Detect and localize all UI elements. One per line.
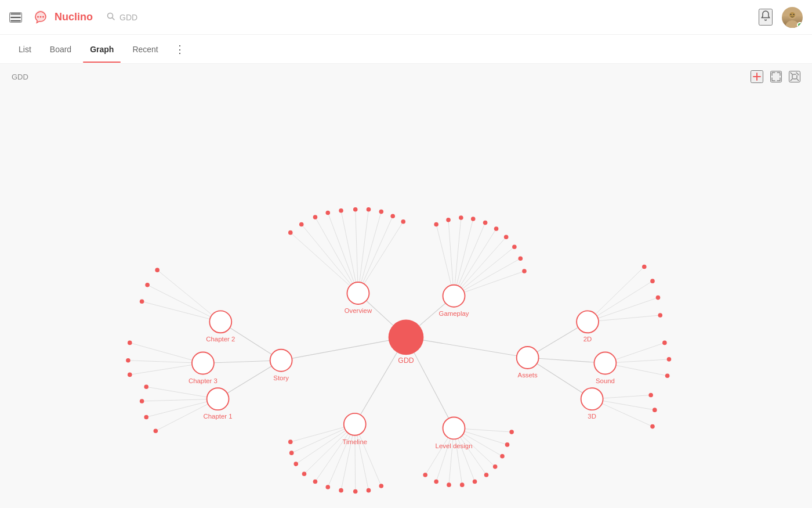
node-chapter3 [192, 352, 214, 374]
svg-point-47 [367, 207, 371, 212]
svg-point-124 [302, 471, 307, 476]
tab-recent[interactable]: Recent [125, 37, 165, 62]
svg-point-122 [289, 451, 294, 455]
svg-point-145 [473, 480, 477, 484]
svg-line-71 [157, 270, 220, 322]
hamburger-button[interactable] [9, 12, 22, 23]
tabs-bar: List Board Graph Recent ⋮ [0, 35, 812, 64]
svg-point-42 [299, 222, 304, 227]
svg-line-38 [358, 212, 381, 293]
svg-point-3 [37, 16, 39, 17]
graph-svg: GDD Overview Gameplay Story Assets 2D So… [0, 89, 812, 508]
svg-point-81 [126, 358, 130, 363]
svg-point-98 [658, 313, 662, 318]
svg-point-45 [339, 208, 343, 213]
svg-line-21 [281, 337, 406, 361]
svg-point-66 [494, 226, 499, 231]
svg-text:Overview: Overview [345, 307, 372, 314]
node-chapter1 [207, 388, 229, 410]
online-indicator [797, 22, 803, 28]
svg-point-125 [313, 480, 318, 484]
node-overview [347, 282, 369, 304]
svg-point-12 [793, 14, 795, 15]
expand-button[interactable] [770, 71, 782, 82]
action-icons [751, 70, 800, 83]
svg-text:Timeline: Timeline [342, 438, 367, 445]
search-bar[interactable]: GDD [107, 12, 137, 22]
svg-point-148 [500, 454, 505, 459]
svg-point-110 [650, 424, 655, 429]
svg-point-41 [288, 230, 293, 235]
svg-line-34 [328, 213, 358, 294]
svg-point-90 [154, 428, 158, 433]
svg-point-95 [642, 265, 647, 269]
svg-point-97 [656, 296, 661, 300]
svg-line-7 [113, 18, 115, 20]
svg-point-69 [519, 256, 523, 261]
tab-board[interactable]: Board [43, 37, 78, 62]
svg-text:Chapter 2: Chapter 2 [206, 336, 235, 343]
svg-line-32 [302, 224, 358, 293]
node-2d [577, 311, 599, 333]
svg-point-49 [390, 214, 395, 218]
svg-line-56 [454, 229, 496, 296]
graph-canvas[interactable]: GDD Overview Gameplay Story Assets 2D So… [0, 89, 812, 508]
svg-point-109 [652, 408, 657, 412]
svg-line-37 [358, 210, 368, 293]
svg-line-26 [203, 361, 281, 363]
svg-point-44 [325, 211, 330, 215]
svg-point-144 [460, 482, 465, 487]
svg-point-104 [665, 374, 670, 379]
svg-point-141 [423, 473, 427, 477]
notification-button[interactable] [759, 9, 773, 26]
svg-point-149 [505, 442, 510, 447]
tab-more-button[interactable]: ⋮ [170, 41, 190, 58]
logo[interactable]: Nuclino [31, 8, 93, 27]
svg-point-88 [140, 399, 144, 403]
svg-point-80 [128, 341, 132, 345]
search-text: GDD [119, 13, 137, 22]
svg-point-5 [42, 16, 44, 17]
svg-point-4 [40, 16, 42, 17]
svg-point-46 [353, 207, 358, 212]
svg-point-61 [434, 222, 438, 227]
collapse-button[interactable] [789, 71, 800, 82]
svg-point-82 [128, 373, 132, 377]
svg-text:Story: Story [273, 374, 289, 381]
svg-point-123 [293, 462, 298, 466]
svg-line-29 [528, 358, 606, 363]
logo-icon [31, 8, 50, 27]
svg-point-121 [288, 439, 293, 444]
svg-line-58 [454, 247, 514, 296]
node-level-design [443, 417, 465, 439]
svg-point-128 [353, 489, 358, 494]
svg-text:Level design: Level design [436, 442, 473, 449]
node-gameplay [443, 285, 465, 307]
svg-point-142 [434, 480, 438, 484]
svg-line-40 [358, 222, 403, 293]
svg-point-150 [509, 430, 514, 434]
svg-point-103 [667, 357, 672, 362]
svg-line-72 [147, 285, 220, 322]
svg-point-67 [504, 235, 509, 239]
avatar[interactable] [782, 7, 803, 28]
svg-text:2D: 2D [583, 336, 592, 343]
svg-text:Gameplay: Gameplay [439, 310, 469, 317]
svg-point-129 [367, 488, 371, 493]
svg-line-22 [406, 337, 528, 358]
node-timeline [344, 413, 366, 435]
node-chapter2 [209, 311, 231, 333]
svg-line-73 [142, 301, 221, 322]
svg-line-91 [588, 266, 644, 322]
svg-point-74 [155, 268, 160, 272]
svg-point-68 [512, 245, 517, 250]
svg-point-76 [140, 299, 144, 304]
svg-point-87 [144, 384, 148, 389]
breadcrumb: GDD [12, 73, 28, 81]
svg-point-126 [325, 485, 330, 489]
tab-list[interactable]: List [12, 37, 38, 62]
add-button[interactable] [751, 70, 763, 83]
tab-graph[interactable]: Graph [83, 37, 121, 62]
logo-text: Nuclino [55, 11, 93, 23]
svg-point-96 [650, 279, 655, 283]
